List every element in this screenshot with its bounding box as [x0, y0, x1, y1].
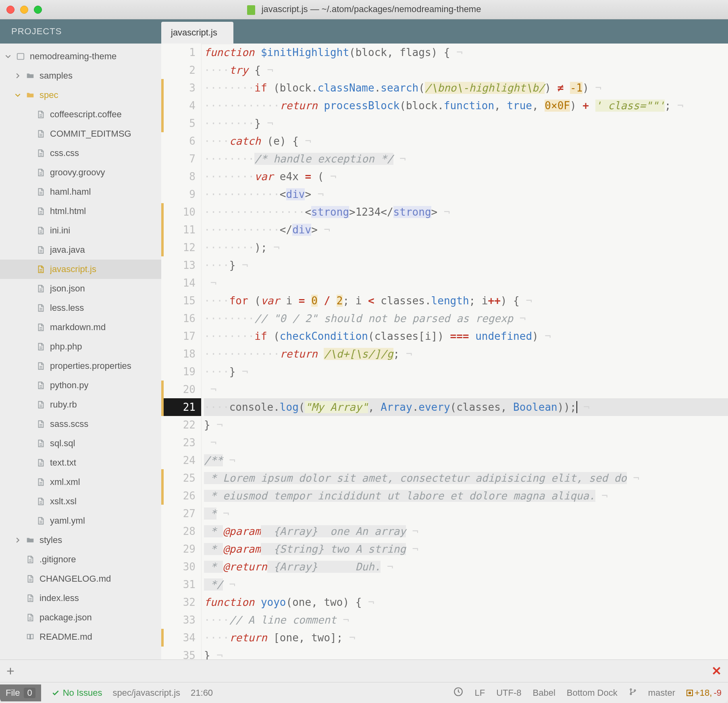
tree-file[interactable]: COMMIT_EDITMSG: [0, 124, 161, 144]
code-line[interactable]: ················<strong>1234</strong> ¬: [204, 203, 728, 221]
tree-file[interactable]: CHANGELOG.md: [0, 569, 161, 589]
code-line[interactable]: } ¬: [204, 647, 728, 659]
line-number[interactable]: 26: [161, 487, 196, 505]
line-number[interactable]: 21: [161, 398, 201, 416]
code-line[interactable]: ····// A line comment ¬: [204, 611, 728, 629]
line-number[interactable]: 11: [161, 221, 196, 239]
line-number[interactable]: 5: [161, 114, 196, 132]
code-line[interactable]: ········var e4x = ( ¬: [204, 168, 728, 185]
code-line[interactable]: * Lorem ipsum dolor sit amet, consectetu…: [204, 469, 728, 487]
line-number[interactable]: 10: [161, 203, 196, 221]
code-line[interactable]: ········if (block.className.search(/\bno…: [204, 79, 728, 97]
line-number[interactable]: 6: [161, 132, 196, 150]
line-number[interactable]: 3: [161, 79, 196, 97]
tree-file[interactable]: .gitignore: [0, 550, 161, 569]
code-line[interactable]: ····for (var i = 0 / 2; i < classes.leng…: [204, 292, 728, 310]
tree-file[interactable]: properties.properties: [0, 356, 161, 376]
status-diagnostics[interactable]: No Issues: [52, 688, 102, 698]
tree-file[interactable]: xml.xml: [0, 472, 161, 492]
line-number[interactable]: 20: [161, 381, 196, 398]
line-number[interactable]: 8: [161, 168, 196, 185]
code-line[interactable]: ····try { ¬: [204, 61, 728, 79]
line-number[interactable]: 22: [161, 416, 196, 434]
line-number[interactable]: 15: [161, 292, 196, 310]
line-number-gutter[interactable]: 1234567891011121314151617181920212223242…: [161, 44, 202, 659]
status-encoding[interactable]: UTF-8: [496, 688, 521, 698]
code-area[interactable]: function $initHighlight(block, flags) { …: [202, 44, 728, 659]
status-cursor-position[interactable]: 21:60: [191, 688, 213, 698]
code-line[interactable]: ········/* handle exception */ ¬: [204, 150, 728, 168]
code-line[interactable]: * eiusmod tempor incididunt ut labore et…: [204, 487, 728, 505]
tree-file[interactable]: json.json: [0, 279, 161, 298]
status-git-diff[interactable]: +18, -9: [686, 688, 722, 698]
line-number[interactable]: 1: [161, 44, 196, 61]
tree-file[interactable]: haml.haml: [0, 182, 161, 202]
code-line[interactable]: ········); ¬: [204, 239, 728, 256]
code-line[interactable]: ¬: [204, 434, 728, 451]
tree-file[interactable]: yaml.yml: [0, 511, 161, 530]
code-line[interactable]: ····console.log("My Array", Array.every(…: [204, 398, 728, 416]
status-file-path[interactable]: spec/javascript.js: [113, 688, 181, 698]
close-notifications-button[interactable]: ✕: [711, 664, 722, 678]
line-number[interactable]: 7: [161, 150, 196, 168]
code-line[interactable]: */ ¬: [204, 576, 728, 593]
line-number[interactable]: 23: [161, 434, 196, 451]
tree-file[interactable]: ruby.rb: [0, 395, 161, 414]
status-eol[interactable]: LF: [475, 688, 485, 698]
tree-folder-styles[interactable]: styles: [0, 530, 161, 550]
minimize-window-button[interactable]: [20, 6, 28, 14]
tree-file[interactable]: java.java: [0, 240, 161, 260]
line-number[interactable]: 31: [161, 576, 196, 593]
new-tab-button[interactable]: +: [6, 663, 15, 679]
code-line[interactable]: * ¬: [204, 505, 728, 522]
tree-folder-samples[interactable]: samples: [0, 66, 161, 85]
line-number[interactable]: 25: [161, 469, 196, 487]
tab-javascript[interactable]: javascript.js: [161, 22, 233, 44]
tree-file[interactable]: sass.scss: [0, 414, 161, 434]
tree-file[interactable]: less.less: [0, 298, 161, 318]
line-number[interactable]: 19: [161, 363, 196, 381]
code-line[interactable]: ············return /\d+[\s/]/g; ¬: [204, 345, 728, 363]
tree-file[interactable]: html.html: [0, 202, 161, 221]
status-git-branch[interactable]: master: [648, 688, 675, 698]
zoom-window-button[interactable]: [34, 6, 42, 14]
code-line[interactable]: /** ¬: [204, 451, 728, 469]
code-line[interactable]: } ¬: [204, 416, 728, 434]
tree-file[interactable]: css.css: [0, 144, 161, 163]
line-number[interactable]: 30: [161, 558, 196, 576]
tree-file[interactable]: groovy.groovy: [0, 163, 161, 182]
project-tree[interactable]: nemodreaming-theme samples spec coffeesc…: [0, 44, 161, 659]
tree-folder-spec[interactable]: spec: [0, 85, 161, 105]
tree-file[interactable]: sql.sql: [0, 434, 161, 453]
line-number[interactable]: 16: [161, 310, 196, 327]
close-window-button[interactable]: [6, 6, 15, 14]
code-line[interactable]: ····} ¬: [204, 256, 728, 274]
code-line[interactable]: * @param {Array} one An array ¬: [204, 522, 728, 540]
tree-file[interactable]: python.py: [0, 376, 161, 395]
tree-file[interactable]: xslt.xsl: [0, 492, 161, 511]
code-line[interactable]: ¬: [204, 381, 728, 398]
line-number[interactable]: 12: [161, 239, 196, 256]
code-line[interactable]: * @return {Array} Duh. ¬: [204, 558, 728, 576]
tree-file[interactable]: javascript.js: [0, 260, 161, 279]
status-file-badge[interactable]: File 0: [0, 684, 41, 701]
code-line[interactable]: ········// "0 / 2" should not be parsed …: [204, 310, 728, 327]
line-number[interactable]: 33: [161, 611, 196, 629]
code-line[interactable]: ····catch (e) { ¬: [204, 132, 728, 150]
line-number[interactable]: 2: [161, 61, 196, 79]
line-number[interactable]: 32: [161, 593, 196, 611]
line-number[interactable]: 27: [161, 505, 196, 522]
code-line[interactable]: function yoyo(one, two) { ¬: [204, 593, 728, 611]
line-number[interactable]: 13: [161, 256, 196, 274]
tree-file[interactable]: markdown.md: [0, 318, 161, 337]
code-line[interactable]: ············<div> ¬: [204, 185, 728, 203]
code-line[interactable]: ········} ¬: [204, 114, 728, 132]
line-number[interactable]: 35: [161, 647, 196, 664]
tree-file[interactable]: README.md: [0, 627, 161, 647]
code-line[interactable]: function $initHighlight(block, flags) { …: [204, 44, 728, 61]
line-number[interactable]: 28: [161, 522, 196, 540]
status-dock[interactable]: Bottom Dock: [567, 688, 618, 698]
line-number[interactable]: 9: [161, 185, 196, 203]
code-line[interactable]: ····return [one, two]; ¬: [204, 629, 728, 647]
line-number[interactable]: 14: [161, 274, 196, 292]
